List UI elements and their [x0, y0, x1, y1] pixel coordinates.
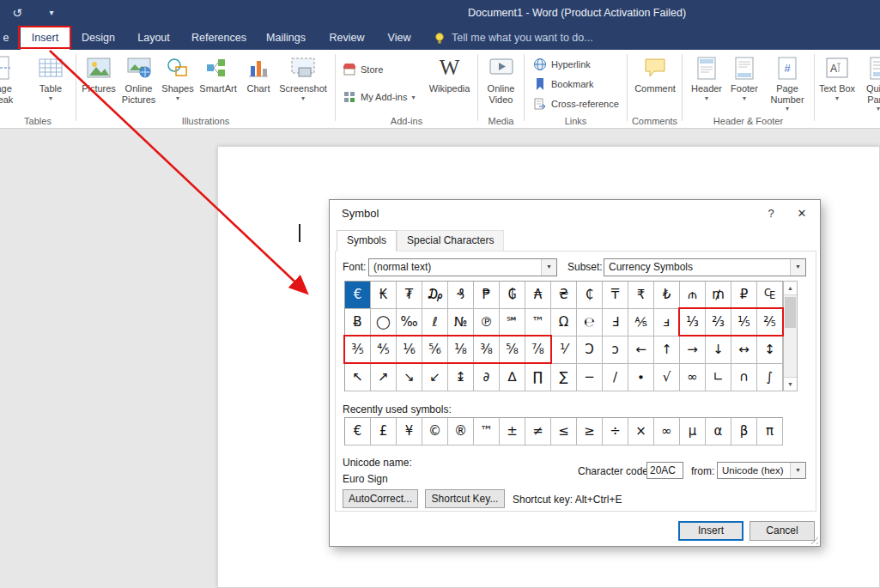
- symbol-cell[interactable]: ₳: [525, 282, 551, 309]
- symbol-cell[interactable]: ↘: [397, 364, 422, 391]
- character-code-input[interactable]: [646, 462, 683, 479]
- symbol-cell[interactable]: ℓ: [422, 309, 448, 336]
- bookmark-button[interactable]: Bookmark: [533, 75, 594, 94]
- symbol-cell[interactable]: ∫: [757, 364, 783, 391]
- chevron-down-icon[interactable]: ▼: [790, 259, 805, 276]
- symbol-cell[interactable]: ₯: [422, 282, 448, 309]
- tab-layout[interactable]: Layout: [130, 26, 177, 50]
- tab-home-partial[interactable]: e: [0, 26, 12, 50]
- symbol-cell[interactable]: ∑: [551, 364, 577, 391]
- qat-customize-icon[interactable]: ▾: [41, 0, 62, 26]
- symbol-cell[interactable]: ↓: [706, 336, 731, 364]
- insert-button[interactable]: Insert: [678, 521, 743, 541]
- symbol-cell[interactable]: ±: [500, 418, 525, 446]
- comment-button[interactable]: Comment: [633, 52, 677, 115]
- symbol-cell[interactable]: ₠: [757, 282, 783, 309]
- symbol-cell[interactable]: ₹: [628, 282, 654, 309]
- symbol-cell[interactable]: ₸: [603, 282, 628, 309]
- symbol-cell[interactable]: √: [654, 364, 680, 391]
- footer-button[interactable]: Footer ▾: [726, 52, 762, 115]
- symbol-cell[interactable]: ÷: [603, 418, 628, 446]
- symbol-cell[interactable]: ↑: [654, 336, 680, 364]
- symbol-cell[interactable]: ₴: [551, 282, 577, 309]
- tab-design[interactable]: Design: [76, 26, 121, 50]
- grid-scrollbar[interactable]: ▲ ▼: [783, 281, 798, 391]
- symbol-cell[interactable]: №: [448, 309, 474, 336]
- cancel-button[interactable]: Cancel: [750, 521, 815, 541]
- screenshot-button[interactable]: Screenshot ▾: [277, 52, 329, 115]
- symbol-cell[interactable]: ₮: [397, 282, 422, 309]
- symbol-cell[interactable]: π: [757, 418, 783, 446]
- symbol-cell[interactable]: ¥: [397, 418, 422, 446]
- pictures-button[interactable]: Pictures: [79, 52, 118, 115]
- symbol-cell[interactable]: ⅘: [371, 336, 397, 364]
- undo-icon[interactable]: ↺: [7, 0, 27, 26]
- symbol-cell[interactable]: ₭: [371, 282, 397, 309]
- symbol-cell[interactable]: ⅙: [397, 336, 422, 364]
- symbol-cell[interactable]: ∩: [731, 364, 757, 391]
- symbol-cell[interactable]: ◯: [371, 309, 397, 336]
- autocorrect-button[interactable]: AutoCorrect...: [343, 489, 418, 508]
- online-pictures-button[interactable]: Online Pictures: [118, 52, 159, 115]
- symbol-cell[interactable]: ₰: [448, 282, 474, 309]
- symbol-cell[interactable]: µ: [680, 418, 706, 446]
- symbol-cell[interactable]: ←: [628, 336, 654, 364]
- symbol-cell[interactable]: ∂: [474, 364, 500, 391]
- symbol-cell[interactable]: ℠: [500, 309, 525, 336]
- symbol-cell[interactable]: ⅚: [422, 336, 448, 364]
- symbol-cell[interactable]: ₵: [577, 282, 603, 309]
- symbol-cell[interactable]: ₽: [731, 282, 757, 309]
- symbol-cell[interactable]: Ↄ: [577, 336, 603, 364]
- chevron-down-icon[interactable]: ▼: [790, 463, 805, 478]
- symbol-cell[interactable]: α: [706, 418, 731, 446]
- symbol-cell[interactable]: ⅝: [500, 336, 525, 364]
- symbol-cell[interactable]: ≤: [551, 418, 577, 446]
- symbol-cell[interactable]: ∞: [680, 364, 706, 391]
- symbol-cell[interactable]: ®: [448, 418, 474, 446]
- symbol-cell[interactable]: ↔: [731, 336, 757, 364]
- symbol-cell[interactable]: ↄ: [603, 336, 628, 364]
- tab-view[interactable]: View: [379, 26, 420, 50]
- symbol-cell[interactable]: β: [731, 418, 757, 446]
- page-break-button[interactable]: Page Break: [0, 52, 25, 115]
- symbol-cell[interactable]: ⅟: [551, 336, 577, 364]
- symbol-cell[interactable]: ↕: [757, 336, 783, 364]
- symbol-cell[interactable]: ‰: [397, 309, 422, 336]
- symbol-cell[interactable]: ℗: [474, 309, 500, 336]
- symbol-cell[interactable]: ∆: [500, 364, 525, 391]
- shortcut-key-button[interactable]: Shortcut Key...: [425, 489, 505, 508]
- shapes-button[interactable]: Shapes ▾: [160, 52, 196, 115]
- my-add-ins-button[interactable]: My Add-ins ▾: [343, 88, 415, 106]
- symbol-cell[interactable]: ⅞: [525, 336, 551, 364]
- symbol-cell[interactable]: ⅍: [628, 309, 654, 336]
- symbol-cell[interactable]: £: [371, 418, 397, 446]
- symbol-cell[interactable]: ℮: [577, 309, 603, 336]
- symbol-cell[interactable]: €: [345, 282, 371, 309]
- subset-select[interactable]: Currency Symbols ▼: [604, 258, 806, 276]
- help-button[interactable]: ?: [760, 205, 782, 222]
- symbol-cell[interactable]: ⅜: [474, 336, 500, 364]
- tab-special-characters[interactable]: Special Characters: [397, 230, 504, 252]
- symbol-cell[interactable]: ⅕: [731, 309, 757, 336]
- table-button[interactable]: Table ▾: [28, 52, 73, 115]
- symbol-cell[interactable]: ⅗: [345, 336, 371, 364]
- symbol-cell[interactable]: ∕: [603, 364, 628, 391]
- symbol-cell[interactable]: ∟: [706, 364, 731, 391]
- symbol-cell[interactable]: Ⅎ: [603, 309, 628, 336]
- quick-parts-button[interactable]: Quick Parts ▾: [858, 52, 880, 115]
- symbol-cell[interactable]: →: [680, 336, 706, 364]
- symbol-cell[interactable]: ₥: [706, 282, 731, 309]
- hyperlink-button[interactable]: Hyperlink: [533, 55, 591, 74]
- close-button[interactable]: ✕: [791, 205, 813, 222]
- online-video-button[interactable]: Online Video: [480, 52, 522, 115]
- page-number-button[interactable]: # Page Number ▾: [764, 52, 810, 115]
- symbol-cell[interactable]: ⅛: [448, 336, 474, 364]
- symbol-cell[interactable]: ↨: [448, 364, 474, 391]
- text-box-button[interactable]: A Text Box ▾: [818, 52, 856, 115]
- symbol-cell[interactable]: ≥: [577, 418, 603, 446]
- symbol-cell[interactable]: ×: [628, 418, 654, 446]
- symbol-cell[interactable]: ∏: [525, 364, 551, 391]
- store-button[interactable]: Store: [343, 60, 383, 79]
- tab-symbols[interactable]: Symbols: [337, 230, 397, 252]
- symbol-cell[interactable]: ⅖: [757, 309, 783, 336]
